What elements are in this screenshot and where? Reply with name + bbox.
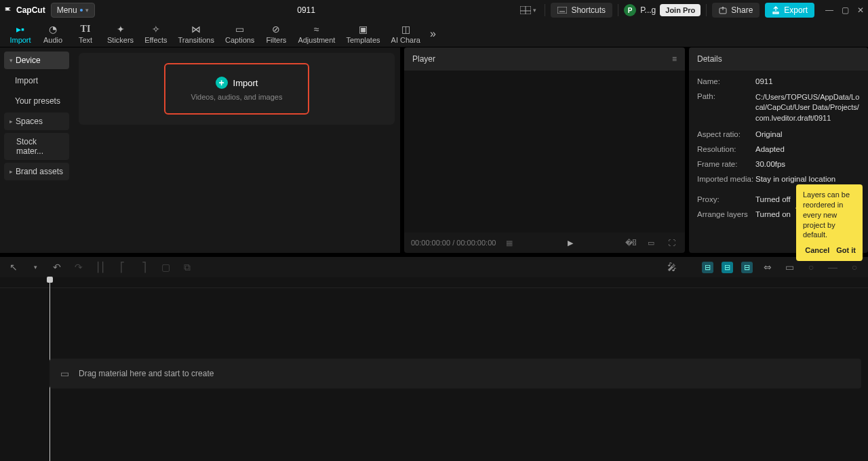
shortcuts-button[interactable]: Shortcuts [551,3,612,18]
detail-value: Turned on [755,210,791,218]
sidebar-item-device[interactable]: ▾Device [4,52,69,69]
keyboard-icon [557,7,567,14]
tab-label: Captions [225,36,254,44]
tab-templates[interactable]: ▣Templates [340,24,385,44]
close-button[interactable]: ✕ [857,5,864,15]
sidebar-item-import[interactable]: Import [4,72,69,89]
divider [706,4,707,16]
tab-captions[interactable]: ▭Captions [220,24,260,44]
minimize-button[interactable]: — [825,5,833,15]
titlebar-right: ▾ Shortcuts P P...g Join Pro Share Expor… [517,3,864,18]
detail-value: 0911 [755,77,773,85]
tooltip-cancel-button[interactable]: Cancel [805,245,829,256]
sidebar-label: Brand assets [16,167,63,176]
details-header: Details [689,47,868,71]
trim-right-button[interactable]: ⎤ [137,262,151,273]
detail-key: Frame rate: [697,160,755,168]
redo-button[interactable]: ↷ [72,262,85,273]
sidebar-item-stock[interactable]: Stock mater... [4,133,69,160]
cursor-tool[interactable]: ↖ [7,262,20,273]
tab-adjustment[interactable]: ≈Adjustment [292,24,340,44]
detail-value: Original [755,130,783,138]
trim-left-button[interactable]: ⎡ [115,262,129,273]
import-icon: ▸▪ [16,24,24,35]
zoom-out[interactable]: ○ [804,262,818,273]
export-button[interactable]: Export [765,3,814,18]
fullscreen-icon[interactable]: ⛶ [665,239,678,247]
zoom-in[interactable]: ○ [848,262,861,273]
split-button[interactable]: ⎮⎮ [94,262,107,273]
tab-label: Stickers [107,36,134,44]
timeline[interactable]: ▭ Drag material here and start to create [0,277,868,461]
magnet-2[interactable]: ⊟ [722,262,733,273]
player-controls: 00:00:00:00 / 00:00:00:00 ▦ ▶ �〿 ▭ ⛶ [404,233,685,253]
menu-button[interactable]: Menu ▾ [51,3,95,18]
tabs-overflow[interactable]: » [426,28,440,40]
track-area[interactable]: ▭ Drag material here and start to create [50,359,861,388]
delete-button[interactable]: ▢ [159,262,172,273]
align-button[interactable]: ⇔ [761,262,774,273]
tab-ai-chara[interactable]: ◫AI Chara [386,24,426,44]
tooltip-text: Layers can be reordered in every new pro… [803,190,856,240]
tab-text[interactable]: TIText [69,24,102,44]
grid-icon[interactable]: ▦ [502,239,516,247]
avatar[interactable]: P [624,4,636,16]
detail-value: Turned off [755,195,791,203]
join-pro-button[interactable]: Join Pro [660,4,701,16]
media-panel: + Import Videos, audios, and images [73,47,400,253]
share-icon [719,6,727,14]
sidebar-item-spaces[interactable]: ▸Spaces [4,113,69,130]
details-title: Details [697,54,722,64]
ratio-icon[interactable]: ▭ [644,239,658,247]
maximize-button[interactable]: ▢ [842,5,849,15]
tab-effects[interactable]: ✧Effects [139,24,172,44]
templates-icon: ▣ [359,24,368,35]
effects-icon: ✧ [152,24,160,35]
player-viewport[interactable] [404,71,685,233]
sidebar-item-presets[interactable]: Your presets [4,92,69,110]
undo-button[interactable]: ↶ [50,262,64,273]
captions-icon: ▭ [235,24,244,35]
media-tabs: ▸▪Import ◔Audio TIText ✦Stickers ✧Effect… [0,20,868,47]
detail-value: Stay in original location [755,175,835,183]
scan-icon[interactable]: �〿 [624,239,637,247]
player-header: Player ≡ [404,47,685,71]
capcut-icon [4,5,14,15]
detail-value: C:/Users/TOPGUS/AppData/Local/CapCut/Use… [755,92,860,123]
magnet-3[interactable]: ⊟ [741,262,753,273]
tab-filters[interactable]: ⊘Filters [260,24,292,44]
tab-stickers[interactable]: ✦Stickers [102,24,139,44]
plus-icon: + [216,77,228,89]
tab-transitions[interactable]: ⋈Transitions [173,24,220,44]
chevron-down-icon: ▾ [9,57,13,64]
sidebar-item-brand[interactable]: ▸Brand assets [4,163,69,180]
mic-button[interactable]: 🎤︎ [665,262,679,273]
cursor-dropdown[interactable]: ▾ [28,264,42,270]
sidebar-label: Spaces [16,117,43,126]
tab-label: Text [79,36,92,44]
user-cluster: P P...g Join Pro [624,4,701,16]
play-button[interactable]: ▶ [564,239,577,247]
tab-import[interactable]: ▸▪Import [4,24,37,44]
tab-label: Templates [346,36,380,44]
svg-rect-3 [557,7,567,14]
titlebar: CapCut Menu ▾ 0911 ▾ Shortcuts P P...g J… [0,0,868,20]
layout-icon[interactable]: ▾ [517,3,539,17]
app-logo: CapCut [4,5,45,15]
zoom-slider[interactable]: — [826,262,840,273]
time-ruler[interactable] [0,277,868,288]
magnet-1[interactable]: ⊟ [702,262,713,273]
menu-dot-icon [80,9,83,12]
tab-audio[interactable]: ◔Audio [37,24,69,44]
player-menu-icon[interactable]: ≡ [672,54,677,64]
detail-key: Aspect ratio: [697,130,755,138]
chevron-right-icon: ▸ [9,118,13,125]
tab-label: AI Chara [391,36,420,44]
tooltip-gotit-button[interactable]: Got it [836,245,856,256]
crop-button[interactable]: ⧉ [180,262,194,273]
share-button[interactable]: Share [712,3,760,18]
text-icon: TI [81,24,91,35]
import-dropzone[interactable]: + Import Videos, audios, and images [164,63,310,115]
shortcuts-label: Shortcuts [571,5,606,15]
preview-button[interactable]: ▭ [783,262,796,273]
